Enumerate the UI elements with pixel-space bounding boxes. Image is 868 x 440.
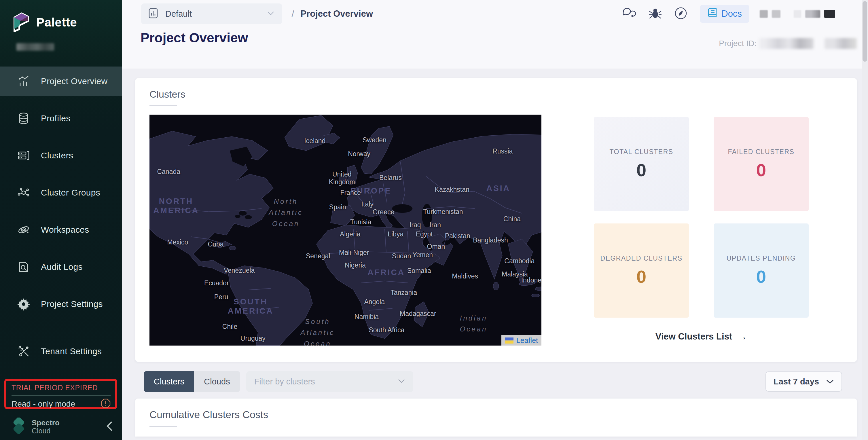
trial-subtitle: Read - only mode: [11, 399, 75, 409]
ukraine-flag-icon: [505, 338, 514, 344]
sidebar-footer: Spectro Cloud: [0, 417, 122, 440]
stats-grid: TOTAL CLUSTERS0FAILED CLUSTERS0DEGRADED …: [594, 117, 809, 318]
app-root: Palette Project OverviewProfilesClusters…: [0, 0, 868, 440]
map-label-tunisia: Tunisia: [350, 218, 371, 226]
sidebar-item-cluster-groups[interactable]: Cluster Groups: [0, 178, 122, 207]
main-area: Default / Project Overview: [122, 0, 868, 440]
topbar: Default / Project Overview: [122, 0, 868, 28]
sidebar-item-workspaces[interactable]: Workspaces: [0, 215, 122, 245]
stat-card-failed-clusters: FAILED CLUSTERS0: [714, 117, 809, 211]
view-clusters-list-label: View Clusters List: [655, 332, 732, 342]
date-range-value: Last 7 days: [774, 377, 819, 386]
sidebar-item-label: Project Overview: [41, 76, 108, 86]
sidebar-item-tenant-settings[interactable]: Tenant Settings: [0, 337, 122, 366]
breadcrumb-current[interactable]: Project Overview: [300, 9, 373, 19]
redacted-avatar: [824, 10, 835, 18]
page-header: Project Overview Project ID:: [122, 28, 868, 68]
scrollbar-thumb[interactable]: [863, 1, 867, 62]
sidebar-item-project-settings[interactable]: Project Settings: [0, 289, 122, 319]
map-label-norway: Norway: [348, 150, 370, 158]
map-label-italy: Italy: [362, 200, 374, 208]
chart-overview-icon: [17, 74, 31, 88]
redacted-user-area: [760, 10, 835, 18]
database-icon: [17, 112, 31, 125]
doc-search-icon: [17, 260, 31, 274]
redacted-project-id: [825, 38, 857, 49]
filter-bar: ClustersClouds Filter by clusters Last 7…: [144, 371, 857, 392]
map-label-niger: Niger: [353, 249, 369, 256]
clusters-card: Clusters: [135, 78, 857, 362]
sidebar-item-audit-logs[interactable]: Audit Logs: [0, 252, 122, 282]
map-label-uruguay: Uruguay: [241, 335, 266, 342]
map-label-oman: Oman: [427, 243, 445, 250]
content: Clusters: [122, 68, 868, 440]
map-label-united-kingdom: United Kingdom: [329, 170, 355, 186]
title-underline: [150, 105, 177, 106]
bug-report-icon[interactable]: [649, 7, 661, 21]
view-clusters-list-link[interactable]: View Clusters List →: [594, 331, 809, 342]
map-label-south-america: SOUTH AMERICA: [228, 297, 274, 316]
page-title: Project Overview: [141, 30, 248, 45]
sidebar: Palette Project OverviewProfilesClusters…: [0, 0, 122, 440]
map-label-kazakhstan: Kazakhstan: [435, 185, 469, 193]
costs-card-title: Cumulative Clusters Costs: [150, 409, 857, 420]
warning-octagon-icon: [101, 399, 111, 409]
gear-icon: [17, 297, 31, 311]
trial-banner: TRIAL PERIOD EXPIRED Read - only mode: [4, 379, 117, 409]
map-label-greece: Greece: [373, 208, 394, 216]
map-label-cuba: Cuba: [208, 240, 224, 248]
map-label-venezuela: Venezuela: [224, 266, 255, 274]
sidebar-item-label: Workspaces: [41, 225, 89, 235]
map-label-russia: Russia: [492, 147, 513, 155]
sidebar-item-profiles[interactable]: Profiles: [0, 104, 122, 133]
topbar-actions: Docs: [622, 5, 868, 23]
filter-by-clusters-select[interactable]: Filter by clusters: [246, 371, 413, 392]
filter-placeholder: Filter by clusters: [254, 377, 315, 386]
redacted-block: [760, 10, 768, 18]
stat-value: 0: [637, 266, 646, 287]
map-label-somalia: Somalia: [407, 267, 431, 275]
title-underline: [150, 426, 177, 427]
leaflet-attribution[interactable]: Leaflet: [501, 335, 541, 346]
map-label-south-atlantic-ocean: South Atlantic Ocean: [301, 316, 335, 346]
project-selector-value: Default: [165, 9, 192, 19]
map-label-senegal: Senegal: [306, 252, 330, 260]
brand: Palette: [0, 0, 122, 34]
date-range-select[interactable]: Last 7 days: [766, 372, 842, 391]
sidebar-item-label: Clusters: [41, 151, 73, 160]
tab-clouds[interactable]: Clouds: [194, 371, 240, 392]
map-label-peru: Peru: [214, 293, 228, 301]
map-label-north-america: NORTH AMERICA: [153, 197, 199, 215]
sidebar-collapse-icon[interactable]: [106, 420, 113, 433]
cluster-stats: TOTAL CLUSTERS0FAILED CLUSTERS0DEGRADED …: [594, 117, 809, 342]
costs-card: Cumulative Clusters Costs: [135, 399, 857, 437]
map-label-indian-ocean: Indian Ocean: [460, 312, 488, 335]
brand-name: Palette: [36, 15, 77, 29]
chevron-down-icon: [398, 379, 405, 384]
tab-clusters[interactable]: Clusters: [144, 371, 194, 392]
sidebar-item-clusters[interactable]: Clusters: [0, 141, 122, 170]
explore-compass-icon[interactable]: [674, 7, 687, 21]
trial-title: TRIAL PERIOD EXPIRED: [11, 383, 111, 392]
page-scrollbar[interactable]: [862, 0, 868, 440]
map-label-turkmenistan: Turkmenistan: [423, 208, 463, 215]
map-label-chile: Chile: [222, 323, 237, 331]
nodes-icon: [17, 186, 31, 199]
sidebar-item-project-overview[interactable]: Project Overview: [0, 66, 122, 96]
map-label-nigeria: Nigeria: [345, 261, 366, 269]
spectro-cloud-logo: [11, 417, 27, 436]
project-selector[interactable]: Default: [141, 3, 282, 24]
sidebar-item-label: Profiles: [41, 114, 70, 123]
chat-icon[interactable]: [622, 7, 636, 21]
docs-button[interactable]: Docs: [700, 5, 749, 23]
filter-tabs: ClustersClouds: [144, 371, 240, 392]
clusters-world-map[interactable]: IcelandSwedenNorwayRussiaCanadaUnited Ki…: [150, 115, 541, 346]
map-label-canada: Canada: [157, 168, 180, 176]
stat-label: DEGRADED CLUSTERS: [600, 255, 683, 262]
map-label-ecuador: Ecuador: [204, 279, 229, 287]
stat-card-updates-pending: UPDATES PENDING0: [714, 223, 809, 318]
docs-label: Docs: [721, 9, 742, 19]
redacted-block: [772, 10, 780, 18]
server-icon: [17, 149, 31, 162]
stat-card-degraded-clusters: DEGRADED CLUSTERS0: [594, 223, 689, 318]
